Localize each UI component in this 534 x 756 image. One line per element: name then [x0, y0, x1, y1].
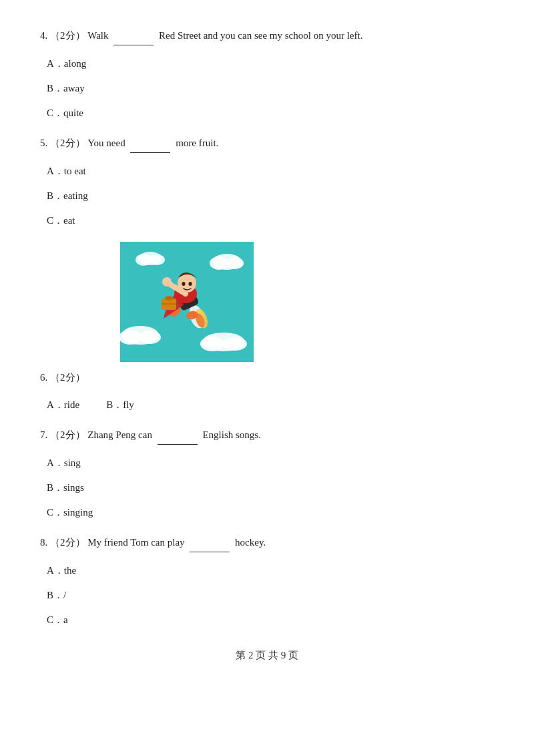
question-6-options-row: A．ride B．fly: [40, 396, 494, 414]
question-4-text: 4. （2分） Walk Red Street and you can see …: [40, 27, 494, 45]
question-8: 8. （2分） My friend Tom can play hockey. A…: [40, 534, 494, 629]
question-4: 4. （2分） Walk Red Street and you can see …: [40, 27, 494, 122]
question-6-image-container: [120, 242, 494, 362]
question-4-points: （2分）: [50, 30, 85, 41]
footer-text: 第 2 页 共 9 页: [236, 650, 298, 660]
question-6-points: （2分）: [50, 372, 85, 383]
question-6-number: 6.: [40, 372, 47, 383]
question-8-blank: [190, 534, 230, 552]
question-4-blank: [113, 27, 154, 45]
question-7: 7. （2分） Zhang Peng can English songs. A．…: [40, 426, 494, 522]
svg-point-6: [149, 254, 165, 265]
question-8-points: （2分）: [50, 537, 85, 548]
question-4-option-b: B．away: [40, 79, 494, 98]
page-footer: 第 2 页 共 9 页: [40, 649, 494, 662]
question-4-number: 4.: [40, 30, 47, 41]
question-8-number: 8.: [40, 537, 47, 548]
svg-point-3: [226, 257, 244, 269]
svg-point-27: [189, 282, 192, 286]
question-6-option-b: B．fly: [106, 396, 134, 414]
question-5-points: （2分）: [50, 138, 85, 148]
question-6-option-a: A．ride: [47, 396, 79, 414]
question-4-text-after: Red Street and you can see my school on …: [159, 30, 362, 41]
question-5-text: 5. （2分） You need more fruit.: [40, 134, 494, 153]
question-7-blank: [158, 426, 198, 445]
question-7-option-b: B．sings: [40, 479, 494, 497]
question-5-option-c: C．eat: [40, 212, 494, 230]
question-5-number: 5.: [40, 138, 47, 148]
question-4-option-c: C．quite: [40, 104, 494, 122]
superhero-illustration: [120, 242, 254, 362]
svg-point-26: [182, 282, 186, 286]
question-5-text-before: You need: [87, 138, 125, 148]
question-8-text-after: hockey.: [235, 537, 266, 548]
question-8-text-before: My friend Tom can play: [87, 537, 184, 548]
svg-point-12: [223, 337, 247, 351]
question-7-number: 7.: [40, 429, 47, 440]
svg-point-24: [162, 277, 172, 287]
question-8-option-b: B．/: [40, 586, 494, 604]
svg-point-2: [210, 256, 228, 270]
svg-rect-21: [166, 297, 172, 300]
question-7-text-after: English songs.: [202, 429, 261, 440]
question-8-text: 8. （2分） My friend Tom can play hockey.: [40, 534, 494, 552]
question-4-text-before: Walk: [87, 30, 108, 41]
question-8-option-c: C．a: [40, 611, 494, 629]
question-7-text-before: Zhang Peng can: [87, 429, 152, 440]
svg-point-9: [140, 331, 161, 344]
question-5-option-a: A．to eat: [40, 162, 494, 180]
question-5-option-b: B．eating: [40, 187, 494, 205]
question-7-text: 7. （2分） Zhang Peng can English songs.: [40, 426, 494, 445]
question-7-points: （2分）: [50, 429, 85, 440]
question-5-text-after: more fruit.: [176, 138, 218, 148]
question-5-blank: [130, 134, 170, 153]
question-4-option-a: A．along: [40, 55, 494, 73]
svg-point-11: [200, 337, 224, 351]
question-5: 5. （2分） You need more fruit. A．to eat B．…: [40, 134, 494, 230]
question-8-option-a: A．the: [40, 562, 494, 580]
question-6: 6. （2分） A．ride B．fly: [40, 369, 494, 414]
question-7-option-a: A．sing: [40, 454, 494, 472]
question-6-text: 6. （2分）: [40, 369, 494, 387]
question-7-option-c: C．singing: [40, 504, 494, 522]
